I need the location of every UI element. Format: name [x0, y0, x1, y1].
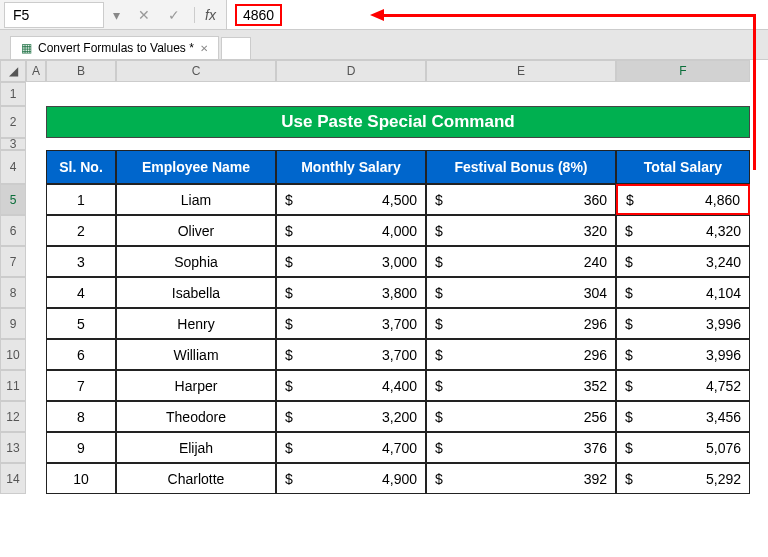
- select-all-corner[interactable]: ◢: [0, 60, 26, 82]
- row-header-11[interactable]: 11: [0, 370, 26, 401]
- cancel-icon[interactable]: ✕: [136, 7, 152, 23]
- col-header-A[interactable]: A: [26, 60, 46, 82]
- cell-name[interactable]: William: [116, 339, 276, 370]
- cell-monthly[interactable]: $4,700: [276, 432, 426, 463]
- header-total: Total Salary: [616, 150, 750, 184]
- row-header-13[interactable]: 13: [0, 432, 26, 463]
- cell-sl[interactable]: 4: [46, 277, 116, 308]
- row-header-4[interactable]: 4: [0, 150, 26, 184]
- sheet-content[interactable]: Use Paste Special Command Sl. No. Employ…: [26, 82, 768, 494]
- cell-bonus[interactable]: $256: [426, 401, 616, 432]
- cell-total[interactable]: $3,240: [616, 246, 750, 277]
- row-header-12[interactable]: 12: [0, 401, 26, 432]
- cell-sl[interactable]: 10: [46, 463, 116, 494]
- row-header-9[interactable]: 9: [0, 308, 26, 339]
- new-tab-button[interactable]: [221, 37, 251, 59]
- cell-monthly[interactable]: $4,900: [276, 463, 426, 494]
- cell-total[interactable]: $3,456: [616, 401, 750, 432]
- table-row: 9Elijah$4,700$376$5,076: [26, 432, 768, 463]
- cell-bonus[interactable]: $376: [426, 432, 616, 463]
- row-headers: ◢ 1 2 3 4 5 6 7 8 9 10 11 12 13 14: [0, 60, 26, 494]
- cell-total[interactable]: $4,860: [616, 184, 750, 215]
- col-header-C[interactable]: C: [116, 60, 276, 82]
- cell-total[interactable]: $3,996: [616, 308, 750, 339]
- cell-sl[interactable]: 9: [46, 432, 116, 463]
- table-row: 8Theodore$3,200$256$3,456: [26, 401, 768, 432]
- cell-name[interactable]: Charlotte: [116, 463, 276, 494]
- header-bonus: Festival Bonus (8%): [426, 150, 616, 184]
- cell-sl[interactable]: 1: [46, 184, 116, 215]
- annotation-arrow-horizontal: [384, 14, 754, 17]
- header-name: Employee Name: [116, 150, 276, 184]
- cell-total[interactable]: $4,320: [616, 215, 750, 246]
- cell-sl[interactable]: 2: [46, 215, 116, 246]
- cell-sl[interactable]: 8: [46, 401, 116, 432]
- annotation-arrow-head: [370, 9, 384, 21]
- cell-name[interactable]: Henry: [116, 308, 276, 339]
- row-header-1[interactable]: 1: [0, 82, 26, 106]
- table-header-row: Sl. No. Employee Name Monthly Salary Fes…: [26, 150, 768, 184]
- excel-file-icon: ▦: [21, 41, 32, 55]
- workbook-tab[interactable]: ▦ Convert Formulas to Values * ✕: [10, 36, 219, 59]
- name-box[interactable]: F5: [4, 2, 104, 28]
- cell-name[interactable]: Liam: [116, 184, 276, 215]
- cell-total[interactable]: $4,104: [616, 277, 750, 308]
- cell-name[interactable]: Sophia: [116, 246, 276, 277]
- formula-value-highlight: 4860: [235, 4, 282, 26]
- cell-name[interactable]: Oliver: [116, 215, 276, 246]
- cell-sl[interactable]: 5: [46, 308, 116, 339]
- row-header-10[interactable]: 10: [0, 339, 26, 370]
- cell-bonus[interactable]: $352: [426, 370, 616, 401]
- cell-bonus[interactable]: $360: [426, 184, 616, 215]
- cell-sl[interactable]: 3: [46, 246, 116, 277]
- row-header-2[interactable]: 2: [0, 106, 26, 138]
- cell-sl[interactable]: 6: [46, 339, 116, 370]
- row-header-14[interactable]: 14: [0, 463, 26, 494]
- cell-monthly[interactable]: $4,000: [276, 215, 426, 246]
- row-header-8[interactable]: 8: [0, 277, 26, 308]
- row-header-5[interactable]: 5: [0, 184, 26, 215]
- cell-bonus[interactable]: $296: [426, 308, 616, 339]
- col-header-F[interactable]: F: [616, 60, 750, 82]
- row-header-3[interactable]: 3: [0, 138, 26, 150]
- cell-bonus[interactable]: $240: [426, 246, 616, 277]
- fx-icon[interactable]: fx: [194, 7, 226, 23]
- cell-bonus[interactable]: $392: [426, 463, 616, 494]
- cell-name[interactable]: Elijah: [116, 432, 276, 463]
- cell-total[interactable]: $5,292: [616, 463, 750, 494]
- cell-sl[interactable]: 7: [46, 370, 116, 401]
- formula-bar-controls: ✕ ✓: [124, 7, 194, 23]
- table-row: 2Oliver$4,000$320$4,320: [26, 215, 768, 246]
- cell-bonus[interactable]: $320: [426, 215, 616, 246]
- cell-total[interactable]: $3,996: [616, 339, 750, 370]
- cell-name[interactable]: Harper: [116, 370, 276, 401]
- cell-monthly[interactable]: $3,000: [276, 246, 426, 277]
- cell-name[interactable]: Theodore: [116, 401, 276, 432]
- table-row: 5Henry$3,700$296$3,996: [26, 308, 768, 339]
- cell-monthly[interactable]: $3,200: [276, 401, 426, 432]
- cell-monthly[interactable]: $4,400: [276, 370, 426, 401]
- col-header-D[interactable]: D: [276, 60, 426, 82]
- cell-monthly[interactable]: $3,700: [276, 339, 426, 370]
- tab-close-icon[interactable]: ✕: [200, 43, 208, 54]
- col-header-B[interactable]: B: [46, 60, 116, 82]
- table-row: 10Charlotte$4,900$392$5,292: [26, 463, 768, 494]
- cell-monthly[interactable]: $3,700: [276, 308, 426, 339]
- enter-icon[interactable]: ✓: [166, 7, 182, 23]
- cell-bonus[interactable]: $304: [426, 277, 616, 308]
- col-header-E[interactable]: E: [426, 60, 616, 82]
- cell-total[interactable]: $5,076: [616, 432, 750, 463]
- tab-label: Convert Formulas to Values *: [38, 41, 194, 55]
- cell-monthly[interactable]: $4,500: [276, 184, 426, 215]
- table-row: 3Sophia$3,000$240$3,240: [26, 246, 768, 277]
- row-header-7[interactable]: 7: [0, 246, 26, 277]
- cell-name[interactable]: Isabella: [116, 277, 276, 308]
- column-headers: A B C D E F: [26, 60, 768, 82]
- name-box-dropdown[interactable]: ▾: [108, 7, 124, 23]
- spreadsheet-grid: ◢ 1 2 3 4 5 6 7 8 9 10 11 12 13 14 A B C…: [0, 60, 768, 494]
- row-header-6[interactable]: 6: [0, 215, 26, 246]
- header-monthly: Monthly Salary: [276, 150, 426, 184]
- cell-bonus[interactable]: $296: [426, 339, 616, 370]
- cell-total[interactable]: $4,752: [616, 370, 750, 401]
- cell-monthly[interactable]: $3,800: [276, 277, 426, 308]
